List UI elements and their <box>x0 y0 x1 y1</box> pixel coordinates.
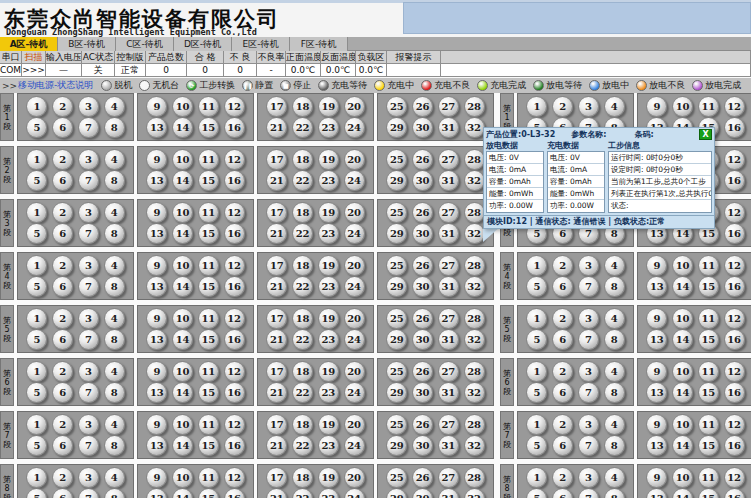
channel-button[interactable]: 13 <box>146 488 167 498</box>
channel-button[interactable]: 5 <box>26 276 47 297</box>
channel-button[interactable]: 3 <box>78 467 99 488</box>
channel-button[interactable]: 15 <box>198 435 219 456</box>
channel-button[interactable]: 32 <box>464 117 485 138</box>
channel-button[interactable]: 14 <box>672 382 693 403</box>
channel-button[interactable]: 16 <box>724 382 745 403</box>
channel-button[interactable]: 15 <box>198 488 219 498</box>
channel-button[interactable]: 29 <box>386 329 407 350</box>
channel-button[interactable]: 12 <box>224 467 245 488</box>
channel-button[interactable]: 16 <box>724 435 745 456</box>
channel-button[interactable]: 5 <box>526 488 547 498</box>
channel-button[interactable]: 27 <box>438 255 459 276</box>
channel-button[interactable]: 19 <box>318 255 339 276</box>
channel-button[interactable]: 7 <box>78 488 99 498</box>
channel-button[interactable]: 12 <box>724 202 745 223</box>
channel-button[interactable]: 4 <box>604 361 625 382</box>
channel-button[interactable]: 17 <box>266 96 287 117</box>
channel-button[interactable]: 2 <box>552 96 573 117</box>
channel-button[interactable]: 16 <box>224 329 245 350</box>
channel-button[interactable]: 30 <box>412 382 433 403</box>
channel-button[interactable]: 2 <box>552 361 573 382</box>
channel-button[interactable]: 5 <box>526 382 547 403</box>
channel-button[interactable]: 15 <box>698 488 719 498</box>
channel-button[interactable]: 12 <box>224 308 245 329</box>
tab-zone-1[interactable]: B区-待机 <box>58 37 116 51</box>
channel-button[interactable]: 23 <box>318 435 339 456</box>
channel-button[interactable]: 8 <box>104 276 125 297</box>
channel-button[interactable]: 6 <box>552 276 573 297</box>
channel-button[interactable]: 6 <box>552 488 573 498</box>
channel-button[interactable]: 1 <box>26 202 47 223</box>
channel-button[interactable]: 22 <box>292 170 313 191</box>
channel-button[interactable]: 21 <box>266 170 287 191</box>
channel-button[interactable]: 22 <box>292 329 313 350</box>
channel-button[interactable]: 28 <box>464 361 485 382</box>
channel-button[interactable]: 24 <box>344 223 365 244</box>
channel-button[interactable]: 3 <box>578 467 599 488</box>
channel-button[interactable]: 14 <box>672 329 693 350</box>
channel-button[interactable]: 18 <box>292 202 313 223</box>
channel-button[interactable]: 19 <box>318 149 339 170</box>
channel-button[interactable]: 29 <box>386 170 407 191</box>
channel-button[interactable]: 2 <box>552 467 573 488</box>
channel-button[interactable]: 15 <box>198 117 219 138</box>
channel-button[interactable]: 11 <box>698 361 719 382</box>
channel-button[interactable]: 18 <box>292 149 313 170</box>
channel-button[interactable]: 12 <box>224 361 245 382</box>
channel-button[interactable]: 28 <box>464 149 485 170</box>
channel-button[interactable]: 11 <box>198 414 219 435</box>
channel-button[interactable]: 9 <box>146 308 167 329</box>
channel-button[interactable]: 3 <box>78 414 99 435</box>
channel-button[interactable]: 10 <box>672 361 693 382</box>
channel-button[interactable]: 27 <box>438 308 459 329</box>
channel-button[interactable]: 19 <box>318 308 339 329</box>
channel-button[interactable]: 5 <box>26 117 47 138</box>
channel-button[interactable]: 5 <box>26 435 47 456</box>
channel-button[interactable]: 9 <box>146 96 167 117</box>
channel-button[interactable]: 26 <box>412 414 433 435</box>
channel-button[interactable]: 2 <box>52 255 73 276</box>
channel-button[interactable]: 8 <box>104 382 125 403</box>
tab-zone-5[interactable]: F区-待机 <box>290 37 348 51</box>
channel-button[interactable]: 4 <box>104 96 125 117</box>
channel-button[interactable]: 18 <box>292 255 313 276</box>
channel-button[interactable]: 7 <box>78 382 99 403</box>
channel-button[interactable]: 30 <box>412 329 433 350</box>
channel-button[interactable]: 8 <box>604 488 625 498</box>
channel-button[interactable]: 24 <box>344 488 365 498</box>
channel-button[interactable]: 31 <box>438 435 459 456</box>
channel-button[interactable]: 6 <box>52 276 73 297</box>
channel-button[interactable]: 15 <box>198 223 219 244</box>
channel-button[interactable]: 10 <box>172 202 193 223</box>
channel-button[interactable]: 14 <box>172 223 193 244</box>
channel-button[interactable]: 13 <box>646 488 667 498</box>
channel-button[interactable]: 4 <box>604 96 625 117</box>
channel-button[interactable]: 28 <box>464 467 485 488</box>
channel-button[interactable]: 13 <box>646 276 667 297</box>
channel-button[interactable]: 1 <box>26 414 47 435</box>
channel-button[interactable]: 10 <box>172 308 193 329</box>
channel-button[interactable]: 23 <box>318 329 339 350</box>
channel-button[interactable]: 16 <box>724 117 745 138</box>
channel-button[interactable]: 29 <box>386 223 407 244</box>
channel-button[interactable]: 18 <box>292 467 313 488</box>
channel-button[interactable]: 11 <box>198 96 219 117</box>
channel-button[interactable]: 5 <box>526 329 547 350</box>
channel-button[interactable]: 27 <box>438 149 459 170</box>
channel-button[interactable]: 6 <box>52 223 73 244</box>
channel-button[interactable]: 15 <box>698 435 719 456</box>
channel-button[interactable]: 30 <box>412 488 433 498</box>
channel-button[interactable]: 23 <box>318 276 339 297</box>
channel-button[interactable]: 28 <box>464 255 485 276</box>
channel-button[interactable]: 9 <box>646 361 667 382</box>
channel-button[interactable]: 13 <box>146 329 167 350</box>
channel-button[interactable]: 13 <box>146 117 167 138</box>
tab-zone-0[interactable]: A区-待机 <box>0 37 58 51</box>
channel-button[interactable]: 26 <box>412 96 433 117</box>
channel-button[interactable]: 20 <box>344 202 365 223</box>
channel-button[interactable]: 13 <box>146 382 167 403</box>
channel-button[interactable]: 6 <box>552 329 573 350</box>
channel-button[interactable]: 22 <box>292 435 313 456</box>
channel-button[interactable]: 15 <box>698 276 719 297</box>
channel-button[interactable]: 10 <box>172 414 193 435</box>
